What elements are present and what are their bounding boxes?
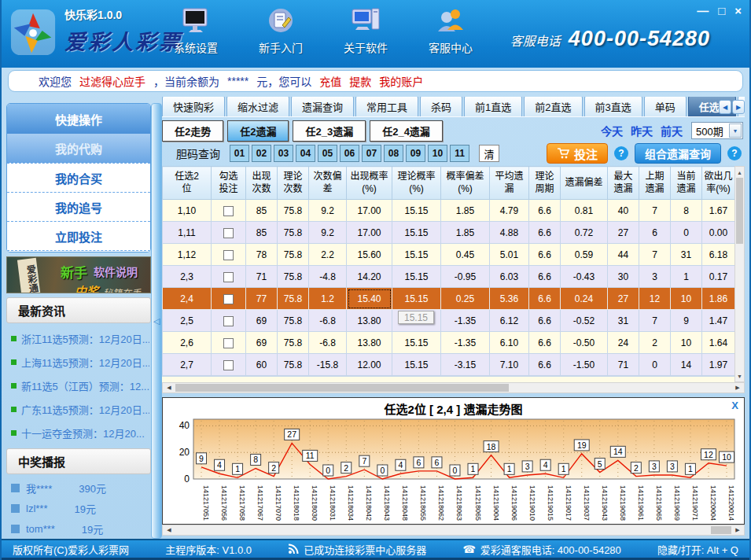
table-row[interactable]: 1,118575.89.217.0015.151.854.886.60.7227… [163, 222, 735, 244]
danma-number-07[interactable]: 07 [362, 145, 381, 162]
subtab-任2_3遗漏[interactable]: 任2_3遗漏 [293, 120, 366, 142]
danma-number-09[interactable]: 09 [406, 145, 425, 162]
tab-前2直选[interactable]: 前2直选 [524, 97, 582, 116]
tab-杀码[interactable]: 杀码 [420, 97, 462, 116]
value-cell: 0.81 [561, 200, 608, 222]
period-select[interactable]: 500期 ▼ [691, 122, 743, 139]
left-arrow-icon[interactable]: ◀ [163, 525, 175, 535]
news-item-label: 新11选5（江西）预测：12... [21, 378, 149, 393]
sidebar-item-我的追号[interactable]: 我的追号 [7, 192, 150, 221]
tab-遗漏查询[interactable]: 遗漏查询 [291, 97, 354, 116]
customer-service-button[interactable]: 客服中心 [422, 6, 480, 55]
sidebar-splitter[interactable]: ◁ [151, 103, 162, 539]
danma-number-04[interactable]: 04 [296, 145, 315, 162]
bet-checkbox[interactable] [223, 272, 234, 282]
maximize-icon[interactable]: □ [718, 5, 725, 17]
tab-单码[interactable]: 单码 [644, 97, 687, 116]
sidebar-item-我的代购[interactable]: 我的代购 [7, 134, 150, 163]
subtab-任2_4遗漏[interactable]: 任2_4遗漏 [370, 120, 443, 142]
about-software-button[interactable]: 关于软件 [337, 6, 395, 55]
tab-scroll-left-icon[interactable]: ◀ [719, 100, 731, 114]
column-header: 平均遗 漏 [490, 167, 529, 200]
vertical-scroll-thumb[interactable] [736, 178, 743, 244]
chart-scroll-thumb[interactable] [711, 526, 731, 534]
svg-text:4: 4 [543, 460, 547, 470]
bet-checkbox[interactable] [223, 360, 234, 370]
down-arrow-icon[interactable]: ▼ [735, 370, 744, 381]
bet-checkbox[interactable] [223, 206, 234, 216]
collapse-arrow-icon[interactable]: ◁ [153, 316, 160, 326]
value-cell: 13.80 [347, 310, 392, 332]
system-settings-button[interactable]: 系统设置 [167, 6, 225, 55]
recharge-link[interactable]: 充值 [319, 73, 341, 89]
danma-number-10[interactable]: 10 [428, 145, 447, 162]
left-arrow-icon[interactable]: ◀ [163, 383, 175, 392]
column-header: 当前 遗漏 [671, 167, 702, 200]
news-item[interactable]: 浙江11选5预测：12月20日... [11, 326, 149, 350]
up-arrow-icon[interactable]: ▲ [735, 167, 744, 178]
news-item[interactable]: 新11选5（江西）预测：12... [11, 374, 149, 397]
tab-scroll-right-icon[interactable]: ▶ [732, 100, 745, 114]
news-item[interactable]: 广东11选5预测：12月20日... [11, 397, 149, 421]
sidebar-item-立即投注[interactable]: 立即投注 [7, 221, 150, 250]
news-item[interactable]: 十一运夺金预测：12月20... [11, 421, 149, 444]
username-link[interactable]: 过滤得心应手 [79, 73, 145, 89]
combo-omission-button[interactable]: 组合遗漏查询 [635, 143, 721, 164]
value-cell: 0.17 [702, 266, 735, 288]
clear-button[interactable]: 清 [479, 145, 499, 162]
right-arrow-icon[interactable]: ▶ [731, 525, 744, 535]
withdraw-link[interactable]: 提款 [349, 73, 371, 89]
news-item[interactable]: 上海11选5预测：12月20日... [11, 350, 149, 374]
danma-number-06[interactable]: 06 [340, 145, 359, 162]
date-link-前天[interactable]: 前天 [661, 123, 683, 138]
tab-缩水过滤[interactable]: 缩水过滤 [226, 97, 289, 116]
table-row[interactable]: 2,56975.8-6.813.8015.15-1.356.126.6-0.52… [163, 310, 735, 332]
table-row[interactable]: 2,76075.8-15.812.0015.15-3.157.106.6-1.5… [163, 354, 735, 376]
chart-horizontal-scrollbar[interactable]: ◀ ▶ [162, 525, 745, 536]
danma-number-01[interactable]: 01 [230, 145, 249, 162]
bet-checkbox[interactable] [223, 228, 234, 238]
danma-number-05[interactable]: 05 [318, 145, 337, 162]
my-account-link[interactable]: 我的账户 [379, 73, 423, 89]
bet-checkbox[interactable] [223, 250, 234, 260]
table-row[interactable]: 2,66975.8-6.813.8015.15-1.356.106.6-0.50… [163, 332, 735, 354]
bet-checkbox[interactable] [223, 294, 234, 304]
tab-前1直选[interactable]: 前1直选 [464, 97, 522, 116]
chart-close-icon[interactable]: X [731, 400, 738, 411]
tab-常用工具[interactable]: 常用工具 [355, 97, 418, 116]
sidebar-item-我的合买[interactable]: 我的合买 [7, 163, 150, 192]
table-row[interactable]: 1,108575.89.217.0015.151.854.796.60.8140… [163, 200, 735, 222]
close-icon[interactable]: × [734, 5, 742, 17]
danma-number-02[interactable]: 02 [252, 145, 271, 162]
danma-number-03[interactable]: 03 [274, 145, 293, 162]
ad-banner[interactable]: 爱彩通 新手 软件说明 中奖 秘籍在手 [6, 256, 151, 293]
table-row[interactable]: 1,127875.82.215.6015.150.455.016.60.5944… [163, 244, 735, 266]
subtab-任2走势[interactable]: 任2走势 [162, 120, 223, 142]
minimize-icon[interactable]: — [697, 5, 709, 17]
table-row[interactable]: 2,37175.8-4.814.2015.15-0.956.036.6-0.43… [163, 266, 735, 288]
tab-前3直选[interactable]: 前3直选 [584, 97, 642, 116]
date-link-昨天[interactable]: 昨天 [631, 123, 653, 138]
table-horizontal-scrollbar[interactable]: ◀ ▶ [162, 382, 745, 393]
bet-help-icon[interactable]: ? [614, 146, 628, 160]
danma-number-08[interactable]: 08 [384, 145, 403, 162]
table-vertical-scrollbar[interactable]: ▲ ▼ [734, 166, 745, 382]
right-arrow-icon[interactable]: ▶ [731, 383, 744, 392]
dropdown-arrow-icon[interactable]: ▼ [729, 123, 742, 138]
bet-checkbox[interactable] [223, 316, 234, 326]
svg-text:141217051: 141217051 [202, 485, 210, 521]
news-item-label: 广东11选5预测：12月20日... [21, 402, 149, 417]
winner-name: tom*** [26, 523, 55, 535]
bet-button[interactable]: 投注 [547, 143, 608, 164]
tab-快速购彩[interactable]: 快速购彩 [162, 97, 225, 116]
subtab-任2遗漏[interactable]: 任2遗漏 [227, 120, 289, 142]
combo-help-icon[interactable]: ? [727, 146, 742, 160]
date-link-今天[interactable]: 今天 [601, 123, 623, 138]
beginner-guide-button[interactable]: 新手入门 [252, 6, 310, 55]
danma-number-11[interactable]: 11 [450, 145, 469, 162]
horizontal-scroll-thumb[interactable] [175, 384, 509, 392]
table-row[interactable]: 2,47775.81.215.4015.150.255.366.60.24271… [163, 288, 735, 310]
bet-checkbox[interactable] [223, 338, 234, 348]
sidebar-item-发起合买[interactable]: 发起合买 [7, 250, 150, 252]
value-cell: 12.00 [347, 354, 392, 376]
